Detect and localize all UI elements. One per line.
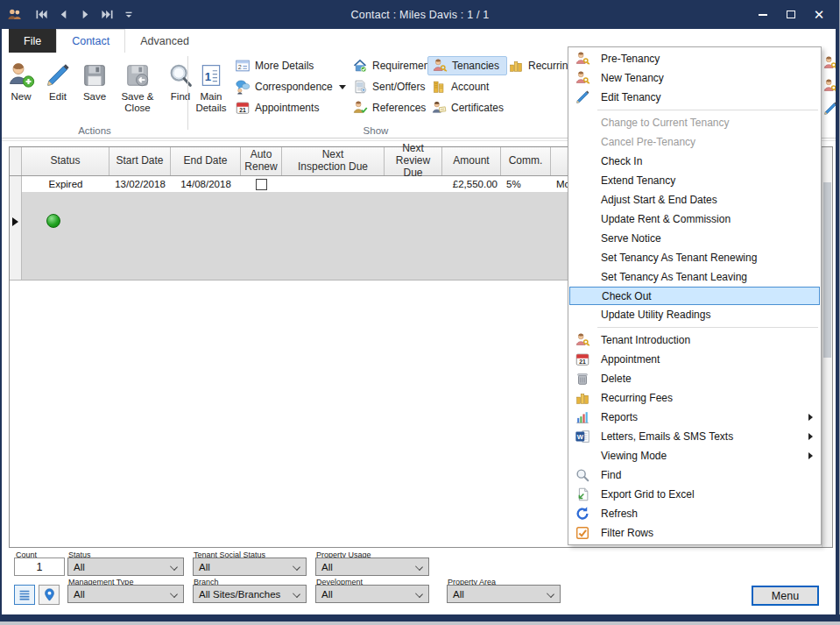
maximize-button[interactable]: [777, 0, 805, 29]
vertical-scrollbar[interactable]: [822, 147, 832, 547]
previous-record-icon[interactable]: [57, 8, 70, 21]
management-type-filter-dropdown[interactable]: All: [67, 585, 184, 603]
menu-item-change-to-current-tenancy: Change to Current Tenancy: [568, 113, 821, 132]
show-group-label: Show: [187, 125, 564, 136]
calendar-icon: [235, 100, 251, 116]
appointments-button[interactable]: Appointments: [231, 98, 349, 117]
magnifier-icon: [167, 55, 194, 89]
document-icon: [352, 79, 368, 95]
account-button[interactable]: Account: [427, 77, 507, 96]
save-button[interactable]: Save: [79, 55, 110, 114]
cell-next-inspection-due: [282, 176, 385, 192]
scrollbar-thumb[interactable]: [823, 182, 831, 358]
show-column-4: Recurring: [505, 56, 577, 77]
development-filter-dropdown[interactable]: All: [315, 585, 429, 603]
tab-advanced[interactable]: Advanced: [125, 29, 204, 53]
tenant-social-status-filter-dropdown[interactable]: All: [193, 558, 307, 576]
menu-item-letters-emails-sms[interactable]: Letters, Emails & SMS Texts: [568, 427, 821, 446]
chevron-down-icon: [170, 590, 178, 598]
menu-item-set-tenancy-tenant-renewing[interactable]: Set Tenancy As Tenant Renewing: [568, 248, 821, 267]
more-details-button[interactable]: More Details: [231, 56, 349, 75]
menu-item-viewing-mode[interactable]: Viewing Mode: [568, 446, 821, 465]
certificates-button[interactable]: Certificates: [427, 98, 507, 117]
menu-item-new-tenancy[interactable]: New Tenancy: [568, 68, 821, 88]
coins-icon: [508, 58, 524, 74]
floppy-close-icon: [124, 55, 151, 89]
menu-item-reports[interactable]: Reports: [568, 408, 821, 427]
chevron-down-icon: [293, 563, 300, 571]
col-header-amount[interactable]: Amount: [442, 147, 501, 175]
tab-file[interactable]: File: [9, 29, 56, 53]
last-record-icon[interactable]: [101, 8, 114, 21]
menu-item-tenant-introduction[interactable]: Tenant Introduction: [568, 330, 821, 350]
window-border: [0, 614, 840, 621]
next-record-icon[interactable]: [79, 8, 92, 21]
tab-contact[interactable]: Contact: [56, 29, 125, 53]
menu-item-pre-tenancy[interactable]: Pre-Tenancy: [568, 49, 821, 68]
map-view-button[interactable]: [39, 585, 60, 605]
col-header-end-date[interactable]: End Date: [171, 147, 241, 175]
correspondence-button[interactable]: Correspondence: [231, 77, 349, 96]
menu-item-recurring-fees[interactable]: Recurring Fees: [568, 388, 821, 408]
branch-filter-dropdown[interactable]: All Sites/Branches: [193, 585, 307, 603]
cell-auto-renew: [241, 176, 282, 192]
menu-separator: [597, 327, 818, 328]
main-details-button[interactable]: Main Details: [192, 55, 230, 114]
recurring-button[interactable]: Recurring: [505, 56, 577, 75]
group-separator: [187, 56, 188, 130]
menu-item-update-rent-commission[interactable]: Update Rent & Commission: [568, 210, 821, 229]
new-contact-icon: [7, 55, 35, 89]
first-record-icon[interactable]: [35, 8, 48, 21]
window-border: [0, 0, 2, 625]
col-header-next-review-due[interactable]: Next Review Due: [385, 147, 442, 175]
menu-item-delete[interactable]: Delete: [568, 369, 821, 388]
status-filter-dropdown[interactable]: All: [67, 558, 184, 576]
property-usage-filter-dropdown[interactable]: All: [315, 558, 429, 576]
cell-end-date: 14/08/2018: [171, 176, 241, 192]
menu-item-set-tenancy-tenant-leaving[interactable]: Set Tenancy As Tenant Leaving: [568, 267, 821, 287]
pencil-icon: [575, 89, 590, 105]
chevron-down-icon: [547, 590, 554, 598]
edit-button[interactable]: Edit: [42, 55, 74, 114]
app-window: Contact : Miles Davis : 1 / 1 ✕ File Con…: [0, 0, 840, 625]
col-header-comm[interactable]: Comm.: [501, 147, 551, 175]
menu-item-adjust-start-end-dates[interactable]: Adjust Start & End Dates: [568, 190, 821, 210]
chevron-down-icon: [293, 590, 300, 598]
map-pin-icon: [42, 587, 57, 602]
cell-status: Expired: [22, 176, 109, 192]
menu-button[interactable]: Menu: [752, 586, 819, 606]
submenu-arrow-icon: [808, 414, 813, 421]
menu-item-extend-tenancy[interactable]: Extend Tenancy: [568, 171, 821, 190]
submenu-arrow-icon: [808, 433, 813, 440]
menu-item-export-grid-to-excel[interactable]: Export Grid to Excel: [568, 485, 821, 504]
menu-item-find[interactable]: Find: [568, 465, 821, 485]
minimize-button[interactable]: [749, 0, 777, 29]
new-button[interactable]: New: [5, 55, 37, 114]
coins-icon: [575, 390, 590, 406]
customize-toolbar-icon[interactable]: [123, 9, 135, 21]
menu-item-cancel-pre-tenancy: Cancel Pre-Tenancy: [568, 132, 821, 152]
col-header-start-date[interactable]: Start Date: [109, 147, 171, 175]
menu-item-serve-notice[interactable]: Serve Notice: [568, 229, 821, 248]
col-header-next-inspection-due[interactable]: Next Inspection Due: [282, 147, 385, 175]
property-area-filter-dropdown[interactable]: All: [447, 585, 561, 603]
auto-renew-checkbox[interactable]: [256, 179, 267, 190]
cell-next-review-due: [385, 176, 442, 192]
menu-item-check-out[interactable]: Check Out: [569, 287, 820, 305]
menu-item-update-utility-readings[interactable]: Update Utility Readings: [568, 305, 821, 324]
menu-item-filter-rows[interactable]: Filter Rows: [568, 523, 821, 543]
tenancy-context-menu: Pre-Tenancy New Tenancy Edit Tenancy Cha…: [568, 46, 822, 545]
col-header-status[interactable]: Status: [22, 147, 109, 175]
list-view-button[interactable]: [14, 585, 35, 605]
row-selector-gutter: [10, 147, 22, 175]
close-button[interactable]: ✕: [805, 0, 833, 29]
menu-item-appointment[interactable]: Appointment: [568, 350, 821, 369]
menu-item-refresh[interactable]: Refresh: [568, 504, 821, 523]
export-page-icon: [575, 487, 590, 502]
menu-item-edit-tenancy[interactable]: Edit Tenancy: [568, 88, 821, 107]
col-header-auto-renew[interactable]: Auto Renew: [241, 147, 282, 175]
save-and-close-button[interactable]: Save & Close: [116, 55, 159, 114]
person-key-icon: [575, 70, 590, 86]
menu-item-check-in[interactable]: Check In: [568, 152, 821, 171]
tenancies-button[interactable]: Tenancies: [427, 56, 507, 75]
